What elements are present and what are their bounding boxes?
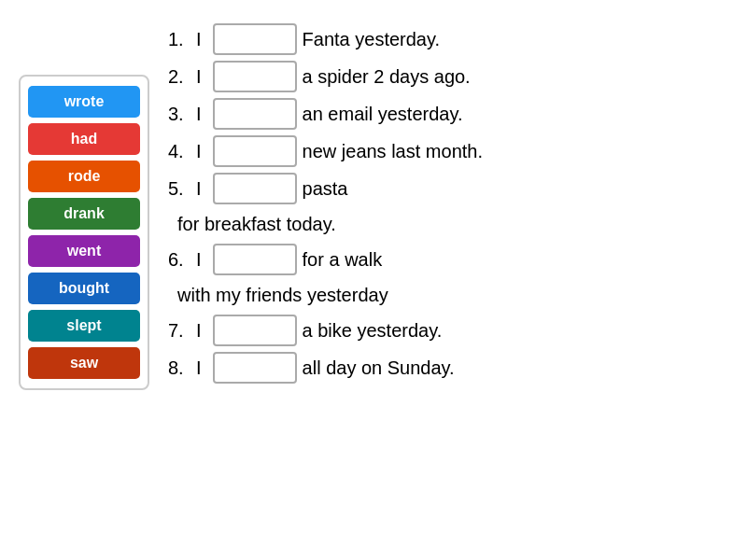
sentence-number-2: 2.: [168, 63, 196, 91]
sentence-pronoun-2: I: [196, 63, 202, 91]
sentence-after-1: Fanta yesterday.: [303, 25, 440, 53]
sentence-line-2: 2.Ia spider 2 days ago.: [168, 61, 728, 92]
sentence-line-6: 6.Ifor a walk: [168, 244, 728, 275]
word-btn-slept[interactable]: slept: [28, 310, 140, 342]
continuation-5: for breakfast today.: [168, 210, 728, 238]
word-btn-wrote[interactable]: wrote: [28, 86, 140, 118]
drop-zone-3[interactable]: [213, 98, 297, 130]
continuation-6: with my friends yesterday: [168, 281, 728, 309]
drop-zone-1[interactable]: [213, 23, 297, 55]
word-btn-saw[interactable]: saw: [28, 347, 140, 379]
drop-zone-7[interactable]: [213, 315, 297, 346]
sentence-after-2: a spider 2 days ago.: [303, 63, 471, 91]
sentence-line-4: 4.Inew jeans last month.: [168, 135, 728, 167]
word-btn-rode[interactable]: rode: [28, 161, 140, 192]
word-btn-went[interactable]: went: [28, 235, 140, 267]
sentence-line-3: 3.Ian email yesterday.: [168, 98, 728, 130]
word-btn-bought[interactable]: bought: [28, 273, 140, 304]
sentence-number-4: 4.: [168, 137, 196, 165]
drop-zone-4[interactable]: [213, 135, 297, 167]
sentence-number-1: 1.: [168, 25, 196, 53]
word-bank: wrotehadrodedrankwentboughtsleptsaw: [19, 75, 149, 390]
word-btn-had[interactable]: had: [28, 123, 140, 155]
sentences-area: 1.IFanta yesterday.2.Ia spider 2 days ag…: [149, 19, 728, 389]
drop-zone-2[interactable]: [213, 61, 297, 92]
sentence-pronoun-7: I: [196, 316, 202, 344]
sentence-number-6: 6.: [168, 245, 196, 273]
sentence-number-7: 7.: [168, 316, 196, 344]
sentence-after-7: a bike yesterday.: [303, 316, 443, 344]
sentence-pronoun-3: I: [196, 100, 202, 128]
drop-zone-6[interactable]: [213, 244, 297, 275]
sentence-after-6: for a walk: [303, 245, 383, 273]
sentence-pronoun-8: I: [196, 354, 202, 382]
sentence-pronoun-4: I: [196, 137, 202, 165]
sentence-number-5: 5.: [168, 175, 196, 203]
sentence-line-8: 8.Iall day on Sunday.: [168, 352, 728, 384]
sentence-pronoun-1: I: [196, 25, 202, 53]
sentence-after-3: an email yesterday.: [303, 100, 463, 128]
sentence-line-7: 7.Ia bike yesterday.: [168, 315, 728, 346]
sentence-after-8: all day on Sunday.: [303, 354, 455, 382]
sentence-number-3: 3.: [168, 100, 196, 128]
sentence-after-5: pasta: [303, 175, 348, 203]
sentence-line-1: 1.IFanta yesterday.: [168, 23, 728, 55]
sentence-after-4: new jeans last month.: [303, 137, 483, 165]
drop-zone-8[interactable]: [213, 352, 297, 384]
drop-zone-5[interactable]: [213, 173, 297, 204]
word-btn-drank[interactable]: drank: [28, 198, 140, 230]
sentence-line-5: 5.Ipasta: [168, 173, 728, 204]
sentence-number-8: 8.: [168, 354, 196, 382]
sentence-pronoun-6: I: [196, 245, 202, 273]
sentence-pronoun-5: I: [196, 175, 202, 203]
